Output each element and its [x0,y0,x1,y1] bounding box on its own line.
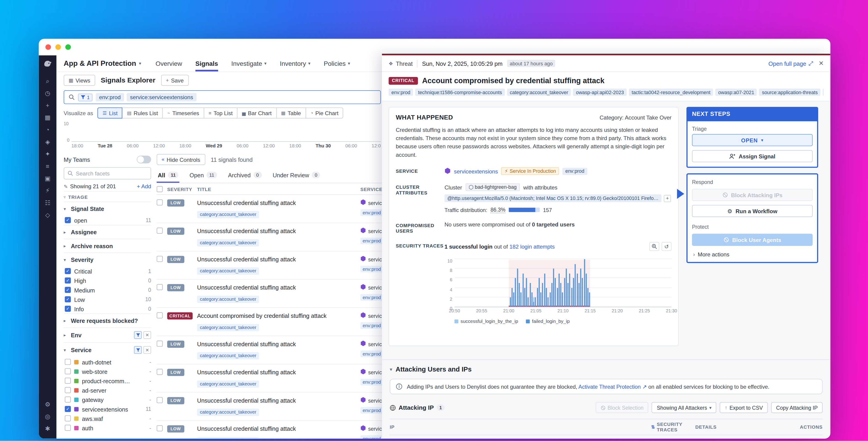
facet-signal-state-header[interactable]: ▾ Signal State [64,202,151,215]
facet-archive-header[interactable]: ▸ Archive reason [64,239,151,253]
checkbox[interactable] [65,396,71,403]
block-selection-button[interactable]: Block Selection [595,402,649,413]
assign-signal-button[interactable]: Assign Signal [692,150,812,162]
facet-blocked-header[interactable]: ▸ Were requests blocked? [64,314,151,327]
signal-row[interactable]: LOWUnsuccessful credential stuffing atta… [157,223,395,252]
signal-row-category-tag[interactable]: category:account_takeover [197,239,259,246]
facet-value-row[interactable]: gateway- [64,395,151,404]
block-user-agents-button[interactable]: Block User Agents [692,234,812,246]
activate-threat-protection-link[interactable]: Activate Threat Protection ↗ [578,383,647,390]
block-ip-button[interactable]: Block [793,438,823,439]
rail-metrics-icon[interactable]: ◈ [41,136,54,147]
signal-row[interactable]: LOWUnsuccessful credential stuffing atta… [157,280,395,308]
signal-row-category-tag[interactable]: category:account_takeover [197,437,259,439]
env-tag[interactable]: env:prod [361,379,383,385]
signal-tag[interactable]: technique:t1586-compromise-accounts [415,89,505,96]
signal-tag[interactable]: owasp-api:api02-2023 [573,89,626,96]
signals-tab-archived[interactable]: Archived0 [227,170,263,183]
filter-count-chip[interactable]: 1 [78,93,93,101]
signal-row-category-tag[interactable]: category:account_takeover [197,408,259,416]
checkbox[interactable]: ✓ [65,306,71,312]
tab-signals[interactable]: Signals [195,55,218,71]
signal-row-category-tag[interactable]: category:account_takeover [197,380,259,387]
select-all-checkbox[interactable] [157,186,163,192]
facet-value-row[interactable]: product-recommendation- [64,376,151,385]
checkbox[interactable] [157,341,163,347]
checkbox[interactable] [65,415,71,421]
checkbox[interactable] [65,425,71,431]
rail-help-icon[interactable]: ◎ [41,411,54,422]
visualize-table[interactable]: ▦Table [276,108,306,118]
checkbox[interactable]: ✓ [65,217,71,223]
checkbox[interactable]: ✓ [65,287,71,293]
my-teams-toggle[interactable] [137,156,151,164]
cluster-name-chip[interactable]: bad-lightgreen-bag [465,183,520,191]
signal-tag[interactable]: owasp:a07-2021 [715,89,757,96]
rail-watchdog-icon[interactable]: ◔ [41,124,54,135]
env-tag[interactable]: env:prod [361,351,383,357]
showing-attackers-dropdown[interactable]: Showing All Attackers ▾ [652,402,717,413]
sort-icon[interactable]: ⇅ [651,424,655,430]
facet-value-row[interactable]: auth- [64,423,151,433]
signal-tag[interactable]: n… [823,89,824,96]
rail-history-icon[interactable]: ◷ [41,88,54,98]
checkbox[interactable] [157,199,163,205]
signal-row[interactable]: CRITICALAccount compromised by credentia… [157,308,395,336]
checkbox[interactable] [157,284,163,290]
traces-chart[interactable]: 0246810 20:5020:5521:0021:0521:1021:1521… [444,256,672,324]
env-tag[interactable]: env:prod [361,209,383,216]
signal-tag[interactable]: env:prod [389,89,413,96]
signal-row-category-tag[interactable]: category:account_takeover [197,211,259,218]
signals-tab-under-review[interactable]: Under Review0 [272,170,321,183]
signal-row[interactable]: LOWUnsuccessful credential stuffing atta… [157,195,395,223]
checkbox[interactable] [65,387,71,393]
checkbox[interactable] [157,369,163,375]
facet-filter-icon[interactable] [134,331,142,339]
visualize-timeseries[interactable]: ~Timeseries [162,108,204,118]
views-button[interactable]: ▦ Views [64,75,95,86]
facet-value-row[interactable]: aws.waf- [64,414,151,423]
visualize-rules-list[interactable]: ▤Rules List [122,108,163,118]
env-tag[interactable]: env:prod [361,266,383,272]
add-attribute-button[interactable]: + [664,195,671,202]
hide-controls-button[interactable]: « Hide Controls [157,154,205,165]
env-tag[interactable]: env:prod [361,294,383,301]
facet-value-row[interactable]: ✓Medium0 [64,285,151,295]
signal-tag[interactable]: source:application-threats [759,89,820,96]
save-view-button[interactable]: + Save [161,75,188,86]
facet-value-row[interactable]: ✓Low10 [64,295,151,304]
export-csv-button[interactable]: ↑ Export to CSV [720,402,768,413]
attacking-ip-row[interactable]: 165.227.8.8⊙182No blocking data.Block [390,435,823,439]
rail-dashboards-icon[interactable]: ▦ [41,112,54,123]
add-facet-button[interactable]: + Add [137,183,151,189]
facet-value-row[interactable]: ✓serviceextensions11 [64,404,151,414]
product-switcher[interactable]: App & API Protection ▾ [64,59,141,67]
env-tag[interactable]: env:prod [563,168,587,175]
checkbox[interactable] [157,312,163,319]
facet-group-triage[interactable]: ▿ TRIAGE [64,191,151,202]
rail-search-icon[interactable]: ⌕ [41,76,54,86]
facet-filter-icon[interactable] [134,346,142,354]
chart-legend-item[interactable]: failed_login_by_ip [526,319,570,324]
visualize-top-list[interactable]: ≡Top List [204,108,238,118]
signal-row[interactable]: LOWUnsuccessful credential stuffing atta… [157,392,395,421]
minimize-window-button[interactable] [55,44,61,50]
env-tag[interactable]: env:prod [361,322,383,329]
signal-row-category-tag[interactable]: category:account_takeover [197,324,259,331]
signal-row[interactable]: LOWUnsuccessful credential stuffing atta… [157,364,395,393]
env-tag[interactable]: env:prod [361,238,383,244]
chart-legend-item[interactable]: successful_login_by_the_ip [455,319,518,324]
visualize-pie-chart[interactable]: ◔Pie Chart [305,108,344,118]
copy-attacking-ip-button[interactable]: Copy Attacking IP [771,402,823,413]
checkbox[interactable] [65,359,71,365]
rail-labs-icon[interactable]: ✱ [41,423,54,434]
rail-logs-icon[interactable]: ≡ [41,160,54,172]
visualize-list[interactable]: ☰List [97,108,123,118]
checkbox[interactable]: ✓ [65,277,71,284]
checkbox[interactable] [157,228,163,234]
checkbox[interactable] [157,397,163,403]
facet-value-row[interactable]: ✓Info0 [64,304,151,314]
triage-status-dropdown[interactable]: OPEN ▾ [692,134,812,146]
tab-policies[interactable]: Policies▾ [324,55,350,71]
rail-rum-icon[interactable]: ▣ [41,173,54,184]
